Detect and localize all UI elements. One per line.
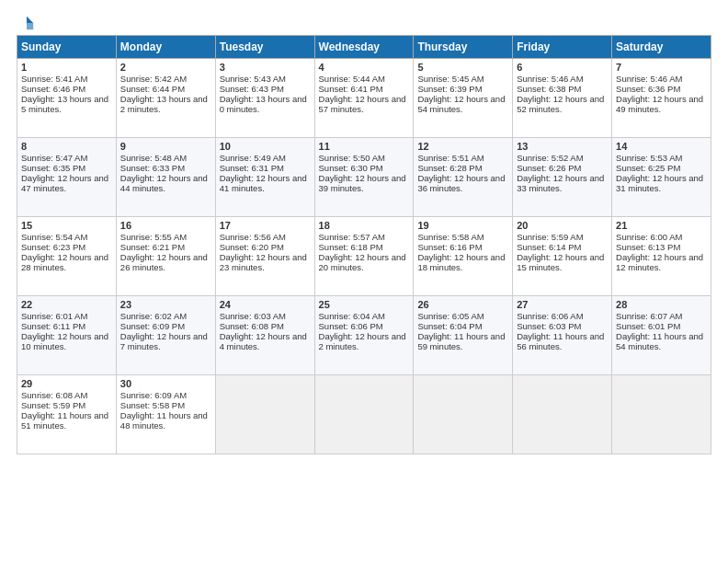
day-number: 11 xyxy=(319,141,410,152)
sunset: Sunset: 6:38 PM xyxy=(517,84,581,94)
sunrise: Sunrise: 5:50 AM xyxy=(319,153,385,163)
daylight: Daylight: 12 hours and 20 minutes. xyxy=(319,252,406,272)
day-number: 26 xyxy=(417,299,508,310)
calendar-day-cell: 8Sunrise: 5:47 AMSunset: 6:35 PMDaylight… xyxy=(17,138,117,217)
sunrise: Sunrise: 6:05 AM xyxy=(417,311,483,321)
sunrise: Sunrise: 5:41 AM xyxy=(21,74,87,84)
sunrise: Sunrise: 5:42 AM xyxy=(120,74,187,84)
daylight: Daylight: 12 hours and 10 minutes. xyxy=(21,331,108,351)
sunrise: Sunrise: 6:03 AM xyxy=(220,311,286,321)
sunset: Sunset: 6:30 PM xyxy=(319,163,383,173)
day-number: 4 xyxy=(319,62,410,73)
sunset: Sunset: 6:33 PM xyxy=(120,163,185,173)
sunrise: Sunrise: 6:07 AM xyxy=(616,311,682,321)
sunset: Sunset: 6:39 PM xyxy=(417,84,482,94)
daylight: Daylight: 11 hours and 54 minutes. xyxy=(616,331,703,351)
sunrise: Sunrise: 6:06 AM xyxy=(517,311,583,321)
daylight: Daylight: 12 hours and 7 minutes. xyxy=(120,331,208,351)
calendar-header-cell: Tuesday xyxy=(215,36,314,59)
logo-icon xyxy=(18,15,35,31)
sunrise: Sunrise: 5:44 AM xyxy=(319,74,385,84)
calendar-day-cell: 6Sunrise: 5:46 AMSunset: 6:38 PMDaylight… xyxy=(513,59,612,138)
calendar-header-cell: Wednesday xyxy=(314,36,414,59)
day-number: 13 xyxy=(517,141,608,152)
calendar-page: SundayMondayTuesdayWednesdayThursdayFrid… xyxy=(0,0,728,563)
sunset: Sunset: 6:46 PM xyxy=(21,84,85,94)
day-number: 8 xyxy=(21,141,112,152)
sunrise: Sunrise: 6:00 AM xyxy=(616,232,682,242)
calendar-header-cell: Monday xyxy=(116,36,215,59)
calendar-day-cell: 18Sunrise: 5:57 AMSunset: 6:18 PMDayligh… xyxy=(314,217,414,296)
calendar-day-cell: 4Sunrise: 5:44 AMSunset: 6:41 PMDaylight… xyxy=(314,59,414,138)
daylight: Daylight: 12 hours and 26 minutes. xyxy=(120,252,208,272)
daylight: Daylight: 13 hours and 2 minutes. xyxy=(120,94,208,114)
calendar-day-cell: 24Sunrise: 6:03 AMSunset: 6:08 PMDayligh… xyxy=(215,296,314,375)
calendar-day-cell: 22Sunrise: 6:01 AMSunset: 6:11 PMDayligh… xyxy=(17,296,117,375)
sunrise: Sunrise: 5:54 AM xyxy=(21,232,87,242)
daylight: Daylight: 12 hours and 39 minutes. xyxy=(319,173,406,193)
daylight: Daylight: 12 hours and 12 minutes. xyxy=(616,252,703,272)
calendar-body: 1Sunrise: 5:41 AMSunset: 6:46 PMDaylight… xyxy=(17,59,711,454)
daylight: Daylight: 12 hours and 47 minutes. xyxy=(21,173,108,193)
sunset: Sunset: 6:16 PM xyxy=(417,242,482,252)
calendar-week-row: 8Sunrise: 5:47 AMSunset: 6:35 PMDaylight… xyxy=(17,138,711,217)
sunrise: Sunrise: 5:51 AM xyxy=(417,153,483,163)
calendar-day-cell: 27Sunrise: 6:06 AMSunset: 6:03 PMDayligh… xyxy=(513,296,612,375)
day-number: 12 xyxy=(417,141,508,152)
calendar-day-cell: 5Sunrise: 5:45 AMSunset: 6:39 PMDaylight… xyxy=(414,59,513,138)
day-number: 17 xyxy=(220,220,311,231)
calendar-day-cell: 20Sunrise: 5:59 AMSunset: 6:14 PMDayligh… xyxy=(513,217,612,296)
calendar-day-cell: 13Sunrise: 5:52 AMSunset: 6:26 PMDayligh… xyxy=(513,138,612,217)
sunset: Sunset: 6:35 PM xyxy=(21,163,85,173)
calendar-day-cell: 2Sunrise: 5:42 AMSunset: 6:44 PMDaylight… xyxy=(116,59,215,138)
sunset: Sunset: 6:28 PM xyxy=(417,163,482,173)
calendar-header-cell: Thursday xyxy=(414,36,513,59)
daylight: Daylight: 11 hours and 51 minutes. xyxy=(21,410,108,431)
calendar-day-cell: 26Sunrise: 6:05 AMSunset: 6:04 PMDayligh… xyxy=(414,296,513,375)
sunset: Sunset: 6:06 PM xyxy=(319,321,383,331)
calendar-day-cell xyxy=(414,375,513,454)
day-number: 24 xyxy=(220,299,311,310)
daylight: Daylight: 12 hours and 52 minutes. xyxy=(517,94,604,114)
header xyxy=(17,15,711,28)
daylight: Daylight: 12 hours and 36 minutes. xyxy=(417,173,505,193)
calendar-day-cell: 9Sunrise: 5:48 AMSunset: 6:33 PMDaylight… xyxy=(116,138,215,217)
day-number: 10 xyxy=(220,141,311,152)
sunrise: Sunrise: 6:08 AM xyxy=(21,390,87,400)
calendar-table: SundayMondayTuesdayWednesdayThursdayFrid… xyxy=(17,35,711,454)
logo xyxy=(17,15,35,28)
daylight: Daylight: 12 hours and 31 minutes. xyxy=(616,173,703,193)
sunrise: Sunrise: 5:57 AM xyxy=(319,232,385,242)
sunrise: Sunrise: 6:04 AM xyxy=(319,311,385,321)
day-number: 9 xyxy=(120,141,211,152)
daylight: Daylight: 11 hours and 59 minutes. xyxy=(417,331,505,351)
daylight: Daylight: 12 hours and 4 minutes. xyxy=(220,331,307,351)
calendar-day-cell xyxy=(215,375,314,454)
daylight: Daylight: 12 hours and 18 minutes. xyxy=(417,252,505,272)
day-number: 14 xyxy=(616,141,707,152)
calendar-day-cell: 7Sunrise: 5:46 AMSunset: 6:36 PMDaylight… xyxy=(612,59,711,138)
day-number: 30 xyxy=(120,378,211,389)
sunrise: Sunrise: 5:56 AM xyxy=(220,232,286,242)
day-number: 19 xyxy=(417,220,508,231)
sunset: Sunset: 6:18 PM xyxy=(319,242,383,252)
calendar-day-cell: 25Sunrise: 6:04 AMSunset: 6:06 PMDayligh… xyxy=(314,296,414,375)
calendar-day-cell: 16Sunrise: 5:55 AMSunset: 6:21 PMDayligh… xyxy=(116,217,215,296)
daylight: Daylight: 12 hours and 44 minutes. xyxy=(120,173,208,193)
day-number: 7 xyxy=(616,62,707,73)
daylight: Daylight: 12 hours and 49 minutes. xyxy=(616,94,703,114)
sunrise: Sunrise: 6:09 AM xyxy=(120,390,187,400)
sunset: Sunset: 6:03 PM xyxy=(517,321,581,331)
day-number: 15 xyxy=(21,220,112,231)
daylight: Daylight: 12 hours and 54 minutes. xyxy=(417,94,505,114)
sunset: Sunset: 6:43 PM xyxy=(220,84,284,94)
daylight: Daylight: 13 hours and 0 minutes. xyxy=(220,94,307,114)
daylight: Daylight: 12 hours and 57 minutes. xyxy=(319,94,406,114)
calendar-day-cell: 30Sunrise: 6:09 AMSunset: 5:58 PMDayligh… xyxy=(116,375,215,454)
calendar-header-cell: Friday xyxy=(513,36,612,59)
calendar-day-cell: 12Sunrise: 5:51 AMSunset: 6:28 PMDayligh… xyxy=(414,138,513,217)
sunrise: Sunrise: 6:02 AM xyxy=(120,311,187,321)
sunset: Sunset: 6:21 PM xyxy=(120,242,185,252)
daylight: Daylight: 12 hours and 15 minutes. xyxy=(517,252,604,272)
day-number: 3 xyxy=(220,62,311,73)
